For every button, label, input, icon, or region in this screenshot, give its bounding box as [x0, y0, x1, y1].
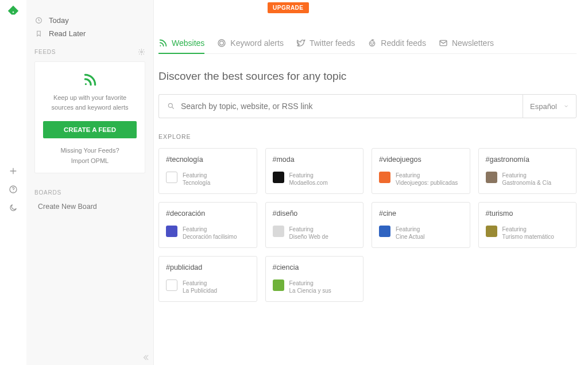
source-avatar — [486, 226, 497, 237]
tab-icon — [296, 38, 305, 48]
card-featuring: FeaturingCine Actual — [396, 226, 425, 240]
tab-icon — [217, 38, 226, 48]
source-avatar — [273, 279, 284, 291]
missing-feeds-link[interactable]: Missing Your Feeds? — [43, 145, 137, 156]
source-avatar — [486, 172, 497, 183]
card-featuring: FeaturingVideojuegos: publicadas — [396, 172, 458, 187]
source-tabs: WebsitesKeyword alertsTwitter feedsReddi… — [158, 38, 577, 54]
feeds-section: FEEDS — [26, 40, 153, 59]
topic-card[interactable]: #tecnologíaFeaturingTecnología — [158, 148, 257, 194]
tab-newsletters[interactable]: Newsletters — [439, 38, 494, 53]
card-featuring: FeaturingLa Publicidad — [183, 279, 217, 294]
tab-websites[interactable]: Websites — [158, 38, 204, 53]
logo-icon[interactable] — [6, 3, 21, 18]
source-avatar — [379, 226, 390, 237]
card-tag: #tecnología — [166, 156, 250, 164]
search-icon — [167, 102, 175, 110]
svg-point-3 — [141, 51, 142, 53]
card-tag: #moda — [273, 156, 357, 164]
section-label: FEEDS — [34, 49, 56, 55]
card-tag: #cine — [379, 209, 463, 218]
card-tag: #publicidad — [166, 263, 250, 271]
card-tag: #ciencia — [273, 263, 357, 271]
explore-label: EXPLORE — [158, 133, 577, 140]
search-box[interactable] — [158, 94, 523, 118]
tab-keyword-alerts[interactable]: Keyword alerts — [217, 38, 284, 53]
tab-label: Twitter feeds — [310, 38, 355, 48]
feeds-empty-card: Keep up with your favorite sources and k… — [34, 61, 145, 173]
source-avatar — [379, 172, 390, 183]
source-avatar — [166, 279, 177, 291]
source-avatar — [166, 172, 177, 183]
svg-point-12 — [168, 103, 172, 107]
icon-rail — [0, 0, 26, 365]
gear-icon[interactable] — [138, 48, 145, 56]
tab-icon — [439, 38, 448, 48]
topic-card[interactable]: #videojuegosFeaturingVideojuegos: public… — [372, 148, 470, 194]
sidebar-item-label: Read Later — [49, 29, 86, 38]
card-tag: #diseño — [273, 209, 357, 218]
card-featuring: FeaturingDecoración facilisimo — [183, 226, 237, 240]
tab-twitter-feeds[interactable]: Twitter feeds — [296, 38, 355, 53]
tab-label: Keyword alerts — [230, 38, 284, 48]
svg-point-10 — [373, 42, 374, 43]
topic-card[interactable]: #gastronomíaFeaturingGastronomía & Cía — [478, 148, 577, 194]
tab-icon — [158, 38, 168, 48]
svg-point-9 — [371, 42, 372, 43]
tab-icon — [368, 38, 377, 48]
main: UPGRADE WebsitesKeyword alertsTwitter fe… — [154, 0, 588, 365]
source-avatar — [273, 226, 284, 237]
topic-card[interactable]: #turismoFeaturingTurismo matemático — [478, 202, 577, 248]
card-featuring: FeaturingTurismo matemático — [502, 226, 554, 240]
feeds-empty-msg: Keep up with your favorite sources and k… — [43, 93, 137, 112]
add-icon[interactable] — [0, 162, 26, 180]
svg-point-8 — [370, 41, 375, 46]
svg-point-1 — [13, 191, 13, 192]
headline: Discover the best sources for any topic — [158, 70, 577, 83]
sidebar: Today Read Later FEEDS Keep up with your… — [26, 0, 154, 365]
language-value: Español — [530, 102, 557, 111]
bookmark-icon — [34, 30, 42, 37]
tab-label: Websites — [172, 38, 204, 48]
chevron-down-icon — [563, 103, 569, 109]
source-avatar — [166, 226, 177, 237]
topic-card[interactable]: #diseñoFeaturingDiseño Web de — [265, 202, 364, 248]
import-opml-link[interactable]: Import OPML — [43, 156, 137, 166]
collapse-icon[interactable] — [142, 354, 150, 362]
card-featuring: FeaturingDiseño Web de — [289, 226, 328, 240]
language-select[interactable]: Español — [523, 94, 577, 118]
section-label: BOARDS — [34, 189, 61, 196]
topic-card[interactable]: #modaFeaturingModaellos.com — [265, 148, 364, 194]
explore-grid: #tecnologíaFeaturingTecnología#modaFeatu… — [158, 148, 577, 302]
svg-point-6 — [220, 41, 224, 45]
tab-label: Newsletters — [452, 38, 494, 48]
card-featuring: FeaturingTecnología — [183, 172, 210, 187]
topic-card[interactable]: #cienciaFeaturingLa Ciencia y sus — [265, 256, 364, 302]
topic-card[interactable]: #publicidadFeaturingLa Publicidad — [158, 256, 257, 302]
help-icon[interactable] — [0, 180, 26, 199]
svg-point-4 — [84, 83, 86, 85]
tab-label: Reddit feeds — [381, 38, 426, 48]
create-feed-button[interactable]: CREATE A FEED — [43, 121, 137, 138]
tab-reddit-feeds[interactable]: Reddit feeds — [368, 38, 426, 53]
card-featuring: FeaturingLa Ciencia y sus — [289, 279, 331, 294]
card-featuring: FeaturingGastronomía & Cía — [502, 172, 552, 187]
upgrade-button[interactable]: UPGRADE — [268, 2, 309, 13]
svg-point-5 — [160, 45, 161, 46]
sidebar-item-label: Today — [49, 16, 69, 25]
rss-icon — [43, 72, 137, 87]
theme-icon[interactable] — [0, 199, 26, 217]
create-board-button[interactable]: Create New Board — [26, 199, 153, 214]
card-tag: #videojuegos — [379, 156, 463, 164]
topic-card[interactable]: #decoraciónFeaturingDecoración facilisim… — [158, 202, 257, 248]
card-featuring: FeaturingModaellos.com — [289, 172, 328, 187]
topic-card[interactable]: #cineFeaturingCine Actual — [372, 202, 470, 248]
source-avatar — [273, 172, 284, 183]
svg-point-7 — [218, 40, 225, 46]
card-tag: #gastronomía — [486, 156, 570, 164]
search-input[interactable] — [181, 102, 514, 111]
boards-section: BOARDS — [26, 181, 153, 199]
sidebar-item-today[interactable]: Today — [26, 14, 153, 27]
card-tag: #decoración — [166, 209, 250, 218]
sidebar-item-readlater[interactable]: Read Later — [26, 27, 153, 40]
